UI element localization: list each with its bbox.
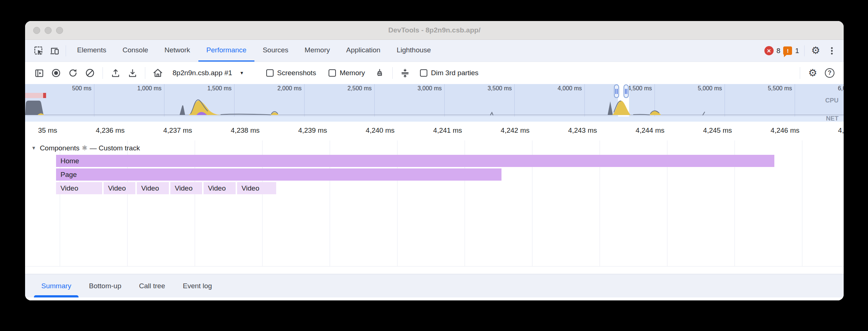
download-icon	[128, 68, 138, 78]
track-entry-video[interactable]: Video	[137, 182, 169, 194]
separator	[804, 45, 805, 56]
track-entry-video[interactable]: Video	[170, 182, 202, 194]
error-count: 8	[777, 47, 781, 55]
warning-badge-icon[interactable]: !	[783, 46, 792, 55]
capture-settings-button[interactable]: ⚙	[805, 66, 820, 80]
ruler-tick-label: 4,243 ms	[568, 126, 597, 135]
cpu-lane-label: CPU	[825, 97, 839, 104]
separator	[800, 67, 800, 79]
track-entry-video[interactable]: Video	[56, 182, 102, 194]
kebab-menu-icon	[827, 46, 837, 56]
separator	[103, 67, 103, 79]
checkbox-box	[266, 69, 274, 77]
gridline-bottom-rule	[25, 266, 844, 266]
go-home-button[interactable]	[150, 66, 165, 80]
tab-summary[interactable]: Summary	[32, 274, 80, 297]
checkbox-box	[420, 69, 427, 77]
track-entry-video[interactable]: Video	[104, 182, 135, 194]
ruler-tick-label: 4,241 ms	[433, 126, 462, 135]
selection-handle-left[interactable]	[614, 84, 619, 98]
spacer	[439, 40, 764, 62]
record-icon	[51, 68, 61, 78]
ruler-tick-label: 4,240 ms	[366, 126, 395, 135]
memory-checkbox[interactable]: Memory	[329, 69, 365, 77]
devtools-settings-button[interactable]: ⚙	[808, 40, 824, 62]
bottom-tab-bar: Summary Bottom-up Call tree Event log	[25, 274, 844, 297]
detail-time-ruler: 35 ms4,236 ms4,237 ms4,238 ms4,239 ms4,2…	[25, 122, 844, 140]
titlebar: DevTools - 8p2n9n.csb.app/	[25, 21, 844, 40]
sidebar-panel-icon	[34, 68, 44, 78]
tab-bottom-up[interactable]: Bottom-up	[80, 274, 130, 297]
tab-application[interactable]: Application	[338, 40, 389, 62]
console-badges: ✕ 8 ! 1	[764, 40, 799, 62]
collapse-tracks-button[interactable]	[398, 66, 413, 80]
window-bottom-strip	[25, 297, 844, 300]
memory-label: Memory	[340, 69, 365, 77]
inspect-element-button[interactable]	[30, 40, 46, 62]
track-entry-page[interactable]: Page	[56, 168, 501, 181]
tab-event-log[interactable]: Event log	[174, 274, 221, 297]
save-profile-button[interactable]	[125, 66, 140, 80]
tab-console[interactable]: Console	[114, 40, 156, 62]
device-toolbar-icon	[50, 46, 60, 56]
warning-count: 1	[795, 47, 799, 55]
performance-toolbar: 8p2n9n.csb.app #1 ▼ Screenshots Memory	[25, 62, 844, 84]
toggle-sidebar-button[interactable]	[32, 66, 46, 80]
screenshots-checkbox[interactable]: Screenshots	[266, 69, 316, 77]
ruler-tick-label: 4,237 ms	[163, 126, 192, 135]
tab-memory[interactable]: Memory	[296, 40, 338, 62]
help-icon: ?	[825, 68, 834, 78]
device-toolbar-button[interactable]	[46, 40, 63, 62]
reload-icon	[68, 68, 78, 78]
ruler-tick-label: 4,242 ms	[501, 126, 530, 135]
collect-garbage-button[interactable]	[372, 66, 387, 80]
chevron-down-icon: ▼	[240, 70, 244, 76]
gridline	[802, 140, 802, 266]
ruler-tick-label: 35 ms	[38, 126, 57, 135]
tab-elements[interactable]: Elements	[69, 40, 114, 62]
devtools-menu-button[interactable]	[824, 40, 840, 62]
ruler-tick-label: 4,238 ms	[231, 126, 260, 135]
record-and-reload-button[interactable]	[66, 66, 80, 80]
record-button[interactable]	[49, 66, 63, 80]
window-title: DevTools - 8p2n9n.csb.app/	[388, 26, 480, 34]
clear-recording-button[interactable]	[83, 66, 97, 80]
separator	[145, 67, 145, 79]
tab-call-tree[interactable]: Call tree	[130, 274, 174, 297]
tab-sources[interactable]: Sources	[254, 40, 296, 62]
selection-handle-right[interactable]	[624, 84, 629, 98]
gear-icon: ⚙	[811, 46, 820, 56]
ruler-tick-label: 4,239 ms	[298, 126, 327, 135]
ruler-tick-label: 4,245 ms	[703, 126, 732, 135]
help-button[interactable]: ?	[822, 66, 837, 80]
timeline-overview[interactable]: 500 ms1,000 ms1,500 ms2,000 ms2,500 ms3,…	[25, 84, 844, 122]
components-track-title: Components ⚛ — Custom track	[40, 144, 140, 152]
gear-icon: ⚙	[808, 68, 817, 78]
flame-chart-area[interactable]: ▼ Components ⚛ — Custom track HomePageVi…	[25, 140, 844, 274]
track-entry-video[interactable]: Video	[237, 182, 276, 194]
track-entry-video[interactable]: Video	[204, 182, 236, 194]
tab-lighthouse[interactable]: Lighthouse	[389, 40, 439, 62]
home-icon	[153, 68, 163, 78]
components-track-header[interactable]: ▼ Components ⚛ — Custom track	[31, 144, 140, 152]
devtools-window: DevTools - 8p2n9n.csb.app/ Elements Cons…	[25, 21, 844, 300]
collapse-icon	[400, 68, 410, 78]
tab-performance[interactable]: Performance	[198, 40, 255, 62]
load-profile-button[interactable]	[108, 66, 123, 80]
close-button[interactable]	[33, 27, 40, 34]
zoom-button[interactable]	[56, 27, 63, 34]
garbage-brush-icon	[375, 68, 385, 78]
track-entry-home[interactable]: Home	[56, 155, 774, 167]
ruler-tick-label: 4,246 ms	[771, 126, 799, 135]
panel-tab-bar: Elements Console Network Performance Sou…	[25, 40, 844, 62]
target-selector[interactable]: 8p2n9n.csb.app #1 ▼	[173, 69, 244, 77]
screenshots-label: Screenshots	[277, 69, 316, 77]
upload-icon	[111, 68, 121, 78]
dim-3rd-parties-checkbox[interactable]: Dim 3rd parties	[420, 69, 479, 77]
error-badge-icon[interactable]: ✕	[764, 46, 774, 55]
separator	[392, 67, 393, 79]
minimize-button[interactable]	[45, 27, 52, 34]
ruler-tick-label: 4,236 ms	[96, 126, 125, 135]
tab-network[interactable]: Network	[156, 40, 198, 62]
cpu-activity-chart	[25, 84, 844, 122]
